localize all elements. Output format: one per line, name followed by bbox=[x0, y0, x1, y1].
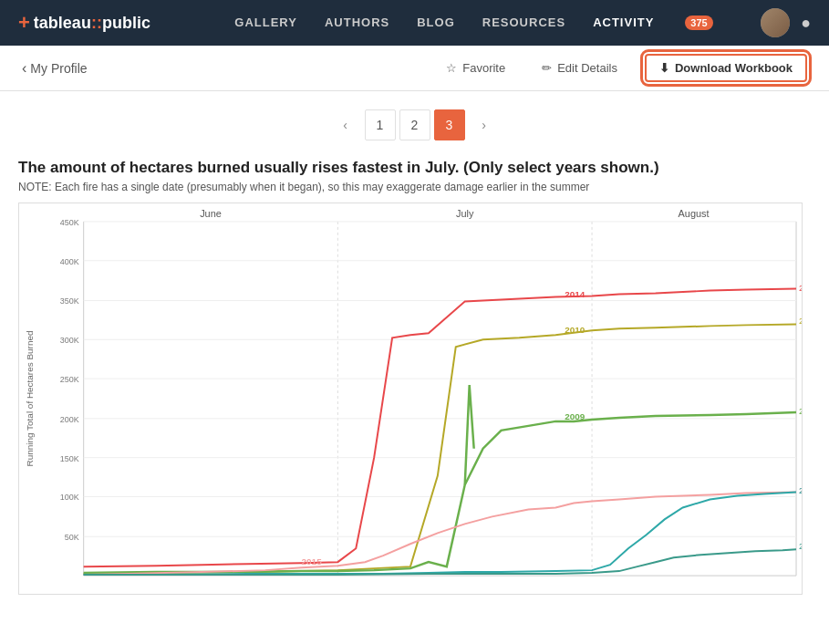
svg-text:350K: 350K bbox=[60, 296, 79, 306]
nav-blog[interactable]: BLOG bbox=[417, 16, 455, 30]
download-label: Download Workbook bbox=[675, 61, 793, 75]
subheader: ‹ My Profile ☆ Favorite ✏ Edit Details ⬇… bbox=[0, 46, 829, 91]
svg-text:Running Total of Hectares Burn: Running Total of Hectares Burned bbox=[25, 331, 35, 467]
edit-details-button[interactable]: ✏ Edit Details bbox=[533, 56, 627, 80]
prev-page-button[interactable]: ‹ bbox=[330, 109, 361, 140]
svg-text:200K: 200K bbox=[60, 415, 79, 424]
chart-title: The amount of hectares burned usually ri… bbox=[18, 159, 811, 177]
logo: + tableau::public bbox=[18, 11, 150, 35]
svg-text:2010: 2010 bbox=[565, 325, 585, 335]
pencil-icon: ✏ bbox=[542, 61, 552, 75]
svg-text:2015: 2015 bbox=[302, 556, 323, 566]
avatar[interactable] bbox=[761, 8, 790, 37]
nav-resources[interactable]: RESOURCES bbox=[482, 16, 565, 30]
svg-text:150K: 150K bbox=[60, 454, 79, 463]
svg-text:August: August bbox=[679, 208, 710, 219]
svg-text:2014: 2014 bbox=[565, 289, 585, 299]
svg-text:2014: 2014 bbox=[799, 283, 802, 293]
back-to-profile[interactable]: ‹ My Profile bbox=[22, 60, 88, 77]
favorite-label: Favorite bbox=[462, 61, 505, 75]
svg-text:250K: 250K bbox=[60, 375, 79, 384]
nav-activity[interactable]: ACTIVITY bbox=[593, 16, 654, 30]
favorite-button[interactable]: ☆ Favorite bbox=[437, 56, 514, 80]
nav-gallery[interactable]: GALLERY bbox=[234, 16, 297, 30]
svg-text:50K: 50K bbox=[65, 533, 79, 542]
pagination-bar: ‹ 1 2 3 › bbox=[0, 91, 829, 150]
chart-subtitle: NOTE: Each fire has a single date (presu… bbox=[18, 181, 811, 193]
svg-text:2009: 2009 bbox=[799, 406, 802, 416]
star-icon: ☆ bbox=[446, 61, 457, 75]
back-chevron-icon: ‹ bbox=[22, 60, 26, 77]
svg-text:2010: 2010 bbox=[799, 316, 802, 326]
avatar-image bbox=[761, 8, 790, 37]
svg-text:400K: 400K bbox=[60, 257, 79, 266]
main-nav: GALLERY AUTHORS BLOG RESOURCES ACTIVITY … bbox=[187, 16, 761, 30]
activity-badge: 375 bbox=[685, 16, 712, 30]
page-2-button[interactable]: 2 bbox=[399, 109, 430, 140]
chart-section: The amount of hectares burned usually ri… bbox=[0, 150, 829, 613]
next-page-button[interactable]: › bbox=[469, 109, 500, 140]
svg-text:100K: 100K bbox=[60, 493, 79, 502]
back-label: My Profile bbox=[30, 61, 87, 76]
svg-text:2012: 2012 bbox=[799, 486, 802, 496]
navbar: + tableau::public GALLERY AUTHORS BLOG R… bbox=[0, 0, 829, 46]
page-3-button[interactable]: 3 bbox=[434, 109, 465, 140]
svg-text:2009: 2009 bbox=[565, 411, 585, 421]
chart-container: Running Total of Hectares Burned June Ju… bbox=[18, 203, 803, 595]
page-1-button[interactable]: 1 bbox=[365, 109, 396, 140]
svg-text:July: July bbox=[456, 208, 474, 219]
nav-authors[interactable]: AUTHORS bbox=[325, 16, 389, 30]
svg-text:300K: 300K bbox=[60, 336, 79, 345]
logo-text: tableau::public bbox=[34, 14, 150, 33]
edit-label: Edit Details bbox=[557, 61, 617, 75]
search-icon[interactable]: ● bbox=[801, 14, 811, 33]
svg-text:June: June bbox=[200, 208, 222, 219]
svg-text:2013: 2013 bbox=[799, 541, 802, 551]
download-workbook-button[interactable]: ⬇ Download Workbook bbox=[645, 54, 807, 82]
navbar-right: ● bbox=[761, 8, 811, 37]
logo-plus: + bbox=[18, 11, 30, 35]
subheader-actions: ☆ Favorite ✏ Edit Details ⬇ Download Wor… bbox=[437, 54, 807, 82]
chart-svg: Running Total of Hectares Burned June Ju… bbox=[19, 203, 802, 594]
svg-text:450K: 450K bbox=[60, 218, 79, 227]
download-icon: ⬇ bbox=[659, 61, 669, 75]
